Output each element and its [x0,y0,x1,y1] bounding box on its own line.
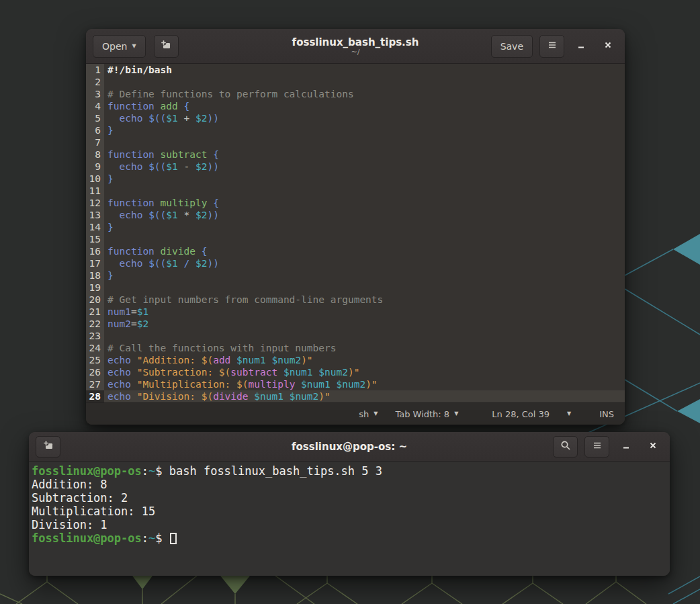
new-document-button[interactable] [154,35,179,58]
terminal-cursor [170,533,177,544]
code-line[interactable]: 1#!/bin/bash [86,64,625,76]
code-text [104,185,625,197]
code-line[interactable]: 25echo "Addition: $(add $num1 $num2)" [86,354,625,366]
code-line[interactable]: 22num2=$2 [86,318,625,330]
code-line[interactable]: 17 echo $(($1 / $2)) [86,257,625,269]
code-text [104,136,625,148]
hamburger-icon [547,40,558,52]
save-button[interactable]: Save [491,35,533,58]
code-line[interactable]: 4function add { [86,100,625,112]
line-number: 27 [86,378,104,390]
terminal-content[interactable]: fosslinux@pop-os:~$ bash fosslinux_bash_… [29,462,670,576]
code-text: } [104,269,625,282]
new-tab-icon [43,440,54,453]
line-number: 25 [86,354,104,366]
code-text: function divide { [104,245,625,257]
cursor-position-label: Ln 28, Col 39 [492,409,550,419]
code-line[interactable]: 16function divide { [86,245,625,257]
cursor-position[interactable]: Ln 28, Col 39 [492,409,550,419]
code-line[interactable]: 12function multiply { [86,197,625,209]
code-text: echo $(($1 - $2)) [104,161,625,173]
code-text: echo $(($1 / $2)) [104,257,625,269]
close-icon [648,440,658,453]
code-line[interactable]: 21num1=$1 [86,306,625,318]
terminal-menu-button[interactable] [584,436,609,458]
window-title: fosslinux_bash_tips.sh [292,36,419,48]
code-line[interactable]: 9 echo $(($1 - $2)) [86,161,625,173]
editor-window: Open ▼ fosslinux_bash_tips.sh ~/ Save [86,29,625,425]
code-line[interactable]: 5 echo $(($1 + $2)) [86,112,625,124]
line-number: 18 [86,269,104,282]
line-number: 23 [86,330,104,342]
search-button[interactable] [553,436,578,458]
code-line[interactable]: 15 [86,233,625,245]
editor-headerbar: Open ▼ fosslinux_bash_tips.sh ~/ Save [86,29,625,64]
terminal-line: Multiplication: 15 [32,505,667,518]
code-text: } [104,173,625,185]
window-subtitle: ~/ [292,48,419,56]
editor-title-block: fosslinux_bash_tips.sh ~/ [292,36,419,56]
terminal-title-block: fosslinux@pop-os: ~ [292,441,407,452]
line-number: 11 [86,185,104,197]
open-button[interactable]: Open ▼ [93,35,146,58]
language-selector[interactable]: sh ▼ [359,409,378,419]
line-number: 5 [86,112,104,124]
line-number: 28 [86,390,104,402]
line-number: 21 [86,306,104,318]
line-number: 7 [86,136,104,148]
search-icon [560,440,571,453]
line-number: 2 [86,76,104,88]
terminal-line: fosslinux@pop-os:~$ bash fosslinux_bash_… [32,464,667,478]
line-number: 1 [86,64,104,76]
editor-code-area[interactable]: 1#!/bin/bash23# Define functions to perf… [86,64,625,402]
code-line[interactable]: 27echo "Multiplication: $(multiply $num1… [86,378,625,390]
chevron-down-icon: ▼ [374,411,378,417]
line-number: 22 [86,318,104,330]
code-line[interactable]: 26echo "Subtraction: $(subtract $num1 $n… [86,366,625,378]
terminal-window-title: fosslinux@pop-os: ~ [292,441,407,452]
code-line[interactable]: 6} [86,124,625,136]
language-label: sh [359,409,369,419]
line-number: 14 [86,221,104,233]
code-line[interactable]: 7 [86,136,625,148]
code-line[interactable]: 23 [86,330,625,342]
new-terminal-tab-button[interactable] [36,436,60,458]
code-line[interactable]: 2 [86,76,625,88]
code-text: } [104,221,625,233]
terminal-headerbar: fosslinux@pop-os: ~ [29,432,670,462]
code-line[interactable]: 11 [86,185,625,197]
close-button[interactable] [598,36,618,56]
code-line[interactable]: 3# Define functions to perform calculati… [86,88,625,100]
terminal-line: Subtraction: 2 [32,491,667,505]
menu-button[interactable] [539,35,564,58]
code-line[interactable]: 13 echo $(($1 * $2)) [86,209,625,221]
line-number: 8 [86,148,104,161]
tab-width-selector[interactable]: Tab Width: 8 ▼ [395,409,458,419]
code-text: echo $(($1 * $2)) [104,209,625,221]
code-line[interactable]: 8function subtract { [86,148,625,161]
open-button-label: Open [102,41,127,52]
code-line[interactable]: 14} [86,221,625,233]
code-text: function subtract { [104,148,625,161]
terminal-window: fosslinux@pop-os: ~ [29,432,670,576]
code-line[interactable]: 18} [86,269,625,282]
terminal-close-button[interactable] [643,437,663,457]
goto-line-caret[interactable]: ▼ [567,411,571,417]
code-line[interactable]: 10} [86,173,625,185]
line-number: 6 [86,124,104,136]
code-text: } [104,124,625,136]
minimize-button[interactable] [571,36,591,56]
line-number: 4 [86,100,104,112]
hamburger-icon [592,440,603,453]
code-text: function add { [104,100,625,112]
code-text: echo $(($1 + $2)) [104,112,625,124]
terminal-minimize-button[interactable] [616,437,636,457]
code-line[interactable]: 28echo "Division: $(divide $num1 $num2)" [86,390,625,402]
code-text: function multiply { [104,197,625,209]
code-line[interactable]: 24# Call the functions with input number… [86,342,625,354]
code-line[interactable]: 19 [86,282,625,294]
tab-width-label: Tab Width: 8 [395,409,449,419]
close-icon [603,40,613,52]
code-line[interactable]: 20# Get input numbers from command-line … [86,294,625,306]
code-text: num1=$1 [104,306,625,318]
